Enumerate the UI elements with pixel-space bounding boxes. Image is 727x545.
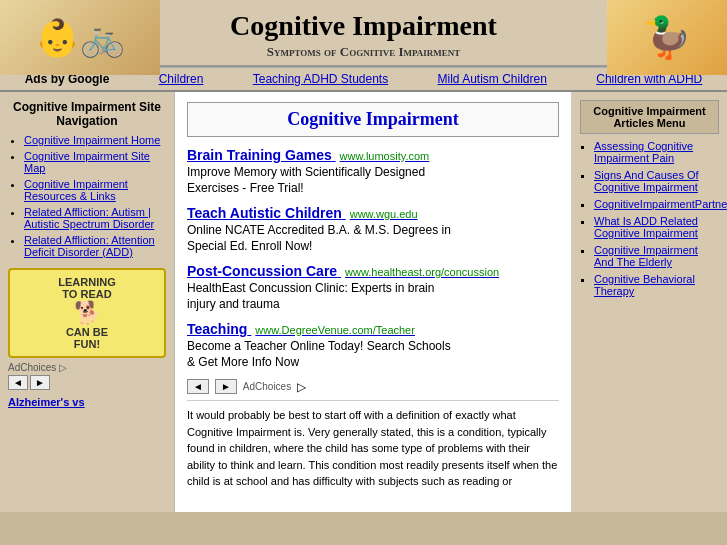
sidebar-link-autism[interactable]: Related Affliction: Autism | Autistic Sp… [24,206,154,230]
ad-item-teach-autistic: Teach Autistic Children www.wgu.edu Onli… [187,205,559,253]
ad-line3: CAN BE [16,326,158,338]
ad-desc-autistic-1: Online NCATE Accredited B.A. & M.S. Degr… [187,223,559,237]
ad-item-concussion: Post-Concussion Care www.healtheast.org/… [187,263,559,311]
list-item: Signs And Causes Of Cognitive Impairment [594,169,719,193]
ad-link-concussion[interactable]: Post-Concussion Care www.healtheast.org/… [187,263,499,279]
sidebar-ad-box: LEARNING TO READ 🐕 CAN BE FUN! [8,268,166,358]
sidebar-link-resources[interactable]: Cognitive Impairment Resources & Links [24,178,128,202]
adchoices-arrow-icon: ▷ [297,380,306,394]
ad-link-brain-training[interactable]: Brain Training Games www.lumosity.com [187,147,429,163]
ad-desc-brain-2: Exercises - Free Trial! [187,181,559,195]
ad-desc-teaching-2: & Get More Info Now [187,355,559,369]
content-prev-button[interactable]: ◄ [187,379,209,394]
ad-desc-autistic-2: Special Ed. Enroll Now! [187,239,559,253]
sidebar-link-add[interactable]: Related Affliction: Attention Deficit Di… [24,234,155,258]
ad-title-teaching: Teaching www.DegreeVenue.com/Teacher [187,321,559,337]
sidebar-link-sitemap[interactable]: Cognitive Impairment Site Map [24,150,150,174]
nav-link-adhd[interactable]: Teaching ADHD Students [253,72,388,86]
article-link-cbt[interactable]: Cognitive Behavioral Therapy [594,273,695,297]
ad-link-teaching[interactable]: Teaching www.DegreeVenue.com/Teacher [187,321,415,337]
list-item: Cognitive Impairment Site Map [24,150,166,174]
ad-title-concussion: Post-Concussion Care www.healtheast.org/… [187,263,559,279]
list-item: Assessing Cognitive Impairment Pain [594,140,719,164]
content-adchoices: AdChoices [243,381,291,392]
dog-icon: 🐕 [16,300,158,326]
ad-line2: TO READ [16,288,158,300]
baby-icon: 👶🚲 [35,17,125,59]
ad-desc-concussion-1: HealthEast Concussion Clinic: Experts in… [187,281,559,295]
right-sidebar: Cognitive Impairment Articles Menu Asses… [572,92,727,512]
sidebar-adchoices: AdChoices ▷ [8,362,166,373]
next-arrow-button[interactable]: ► [30,375,50,390]
article-link-partners[interactable]: CognitiveImpairmentPartners [594,198,727,210]
articles-menu-title: Cognitive Impairment Articles Menu [580,100,719,134]
list-item: Cognitive Impairment And The Elderly [594,244,719,268]
ad-desc-brain-1: Improve Memory with Scientifically Desig… [187,165,559,179]
ad-line1: LEARNING [16,276,158,288]
content-heading: Cognitive Impairment [187,102,559,137]
article-body-text: It would probably be best to start off w… [187,400,559,490]
articles-menu-list: Assessing Cognitive Impairment Pain Sign… [580,140,719,297]
content-ad-nav: ◄ ► AdChoices ▷ [187,379,559,394]
ad-link-teach-autistic[interactable]: Teach Autistic Children www.wgu.edu [187,205,418,221]
ad-title-brain-training: Brain Training Games www.lumosity.com [187,147,559,163]
ad-item-brain-training: Brain Training Games www.lumosity.com Im… [187,147,559,195]
nav-link-mild-autism[interactable]: Mild Autism Children [438,72,547,86]
sidebar-nav-title: Cognitive Impairment Site Navigation [8,100,166,128]
alzheimer-anchor[interactable]: Alzheimer's vs [8,396,85,408]
main-content: Cognitive Impairment Site Navigation Cog… [0,92,727,512]
list-item: Related Affliction: Attention Deficit Di… [24,234,166,258]
main-article: Cognitive Impairment Brain Training Game… [175,92,572,512]
ad-item-teaching: Teaching www.DegreeVenue.com/Teacher Bec… [187,321,559,369]
sidebar-link-home[interactable]: Cognitive Impairment Home [24,134,160,146]
content-next-button[interactable]: ► [215,379,237,394]
ad-line4: FUN! [16,338,158,350]
prev-arrow-button[interactable]: ◄ [8,375,28,390]
list-item: Cognitive Impairment Home [24,134,166,146]
ad-desc-teaching-1: Become a Teacher Online Today! Search Sc… [187,339,559,353]
header-image-right: 🦆 [607,0,727,75]
list-item: Cognitive Impairment Resources & Links [24,178,166,202]
sidebar-nav-arrows[interactable]: ◄ ► [8,375,50,390]
header-image-left: 👶🚲 [0,0,160,75]
article-link-elderly[interactable]: Cognitive Impairment And The Elderly [594,244,698,268]
nav-link-children[interactable]: Children [159,72,204,86]
alzheimer-link: Alzheimer's vs [8,396,166,408]
list-item: Cognitive Behavioral Therapy [594,273,719,297]
page-header: 👶🚲 🦆 Cognitive Impairment Symptoms of Co… [0,0,727,67]
list-item: CognitiveImpairmentPartners [594,198,719,210]
list-item: What Is ADD Related Cognitive Impairment [594,215,719,239]
article-link-signs-causes[interactable]: Signs And Causes Of Cognitive Impairment [594,169,699,193]
list-item: Related Affliction: Autism | Autistic Sp… [24,206,166,230]
article-link-add-related[interactable]: What Is ADD Related Cognitive Impairment [594,215,698,239]
left-sidebar: Cognitive Impairment Site Navigation Cog… [0,92,175,512]
sidebar-nav-list: Cognitive Impairment Home Cognitive Impa… [8,134,166,258]
ad-desc-concussion-2: injury and trauma [187,297,559,311]
duck-icon: 🦆 [642,14,692,61]
ad-title-teach-autistic: Teach Autistic Children www.wgu.edu [187,205,559,221]
article-link-assessing[interactable]: Assessing Cognitive Impairment Pain [594,140,693,164]
